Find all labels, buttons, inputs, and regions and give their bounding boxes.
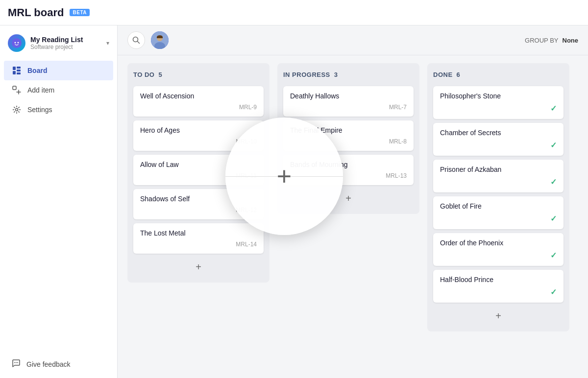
check-icon: ✓ — [550, 104, 557, 113]
svg-point-1 — [15, 42, 16, 44]
card-id: MRL-13 — [290, 172, 407, 179]
board-icon — [12, 66, 22, 75]
app-container: My Reading List Software project ▾ Board — [0, 25, 588, 378]
card-id: MRL-9 — [140, 104, 257, 111]
card-mrl9[interactable]: Well of Ascension MRL-9 — [133, 86, 264, 117]
column-inprogress: IN PROGRESS 3 Deathly Hallows MRL-7 The … — [277, 63, 419, 214]
feedback-icon — [12, 359, 21, 369]
project-name: My Reading List — [30, 36, 101, 44]
project-sub: Software project — [30, 44, 101, 50]
card-title: Order of the Phoenix — [440, 239, 557, 247]
group-by-label: GROUP BY — [525, 37, 558, 44]
project-logo — [8, 34, 25, 52]
card-title: Philosopher's Stone — [440, 92, 557, 100]
column-header-inprogress: IN PROGRESS 3 — [283, 69, 414, 82]
group-by-value[interactable]: None — [563, 37, 579, 44]
beta-badge: BETA — [70, 9, 89, 16]
column-header-done: DONE 6 — [433, 69, 564, 82]
card-title: Chamber of Secrets — [440, 129, 557, 137]
add-card-inprogress[interactable]: + — [283, 189, 414, 208]
card-title: Shadows of Self — [140, 195, 257, 203]
card-mrl4[interactable]: Goblet of Fire ✓ — [433, 196, 564, 229]
chevron-down-icon: ▾ — [106, 40, 109, 47]
project-info: My Reading List Software project — [30, 36, 101, 50]
sidebar: My Reading List Software project ▾ Board — [0, 25, 118, 378]
sidebar-item-settings-label: Settings — [27, 106, 52, 114]
card-id: MRL-14 — [140, 241, 257, 248]
column-count-todo: 5 — [158, 71, 162, 78]
column-title-done: DONE — [433, 71, 453, 78]
svg-point-13 — [16, 362, 17, 363]
svg-rect-6 — [17, 70, 21, 71]
card-mrl6[interactable]: Half-Blood Prince ✓ — [433, 270, 564, 303]
column-done: DONE 6 Philosopher's Stone ✓ Chamber of … — [427, 63, 569, 331]
card-mrl7[interactable]: Deathly Hallows MRL-7 — [283, 86, 414, 117]
column-todo: TO DO 5 Well of Ascension MRL-9 Hero of … — [127, 63, 270, 283]
sidebar-item-add-item[interactable]: Add item — [4, 80, 113, 100]
card-id: MRL-8 — [290, 138, 407, 145]
svg-point-2 — [18, 42, 19, 44]
project-selector[interactable]: My Reading List Software project ▾ — [0, 29, 117, 57]
svg-point-12 — [14, 362, 15, 363]
board: TO DO 5 Well of Ascension MRL-9 Hero of … — [118, 55, 588, 378]
card-title: Deathly Hallows — [290, 92, 407, 100]
card-mrl12[interactable]: Shadows of Self MRL-12 — [133, 189, 264, 219]
add-item-icon — [12, 85, 22, 95]
card-title: Well of Ascension — [140, 92, 257, 100]
card-mrl2[interactable]: Chamber of Secrets ✓ — [433, 123, 564, 156]
card-title: Half-Blood Prince — [440, 276, 557, 284]
svg-rect-4 — [13, 71, 16, 74]
card-title: Allow of Law — [140, 161, 257, 168]
svg-point-0 — [12, 38, 22, 48]
group-by-control: GROUP BY None — [525, 37, 578, 44]
svg-rect-7 — [17, 72, 21, 74]
card-mrl3[interactable]: Prisoner of Azkaban ✓ — [433, 160, 564, 192]
card-mrl13[interactable]: Bands of Mourning MRL-13 — [283, 155, 414, 185]
settings-icon — [12, 105, 22, 115]
card-mrl8[interactable]: The Final Empire MRL-8 — [283, 120, 414, 151]
card-mrl1[interactable]: Philosopher's Stone ✓ — [433, 86, 564, 119]
svg-rect-8 — [13, 86, 16, 90]
sidebar-item-settings[interactable]: Settings — [4, 100, 113, 119]
column-title-todo: TO DO — [133, 71, 154, 78]
sidebar-item-board-label: Board — [27, 67, 47, 74]
card-mrl14[interactable]: The Lost Metal MRL-14 — [133, 223, 264, 254]
page-title: MRL board — [8, 6, 64, 19]
card-title: Goblet of Fire — [440, 202, 557, 210]
column-count-inprogress: 3 — [334, 71, 338, 78]
card-id: MRL-12 — [140, 207, 257, 213]
svg-rect-3 — [13, 67, 16, 70]
column-header-todo: TO DO 5 — [133, 69, 264, 82]
feedback-label: Give feedback — [26, 360, 71, 368]
check-icon: ✓ — [550, 251, 557, 260]
column-count-done: 6 — [457, 71, 460, 78]
main-content: GROUP BY None TO DO 5 Well of Ascension … — [118, 25, 588, 378]
column-title-inprogress: IN PROGRESS — [283, 71, 330, 78]
card-mrl5[interactable]: Order of the Phoenix ✓ — [433, 233, 564, 266]
app-header: MRL board BETA — [0, 0, 588, 25]
card-mrl11[interactable]: Allow of Law MRL-11 — [133, 155, 264, 185]
search-button[interactable] — [127, 31, 145, 49]
card-title: The Final Empire — [290, 126, 407, 134]
add-card-todo[interactable]: + — [133, 258, 264, 277]
sidebar-nav: Board Add item — [0, 57, 117, 123]
avatar[interactable] — [151, 31, 169, 49]
card-title: Bands of Mourning — [290, 161, 407, 168]
card-id: MRL-10 — [140, 138, 257, 145]
card-title: Prisoner of Azkaban — [440, 165, 557, 173]
svg-line-16 — [138, 42, 140, 44]
toolbar: GROUP BY None — [118, 25, 588, 55]
card-id: MRL-7 — [290, 104, 407, 111]
sidebar-item-board[interactable]: Board — [4, 61, 113, 80]
sidebar-item-add-label: Add item — [27, 86, 54, 94]
add-card-done[interactable]: + — [433, 307, 564, 326]
svg-point-14 — [17, 362, 18, 363]
check-icon: ✓ — [550, 141, 557, 150]
check-icon: ✓ — [550, 214, 557, 223]
card-mrl10[interactable]: Hero of Ages MRL-10 — [133, 120, 264, 151]
svg-point-11 — [16, 109, 18, 111]
check-icon: ✓ — [550, 287, 557, 297]
card-title: Hero of Ages — [140, 126, 257, 134]
sidebar-item-feedback[interactable]: Give feedback — [4, 354, 113, 374]
check-icon: ✓ — [550, 177, 557, 187]
